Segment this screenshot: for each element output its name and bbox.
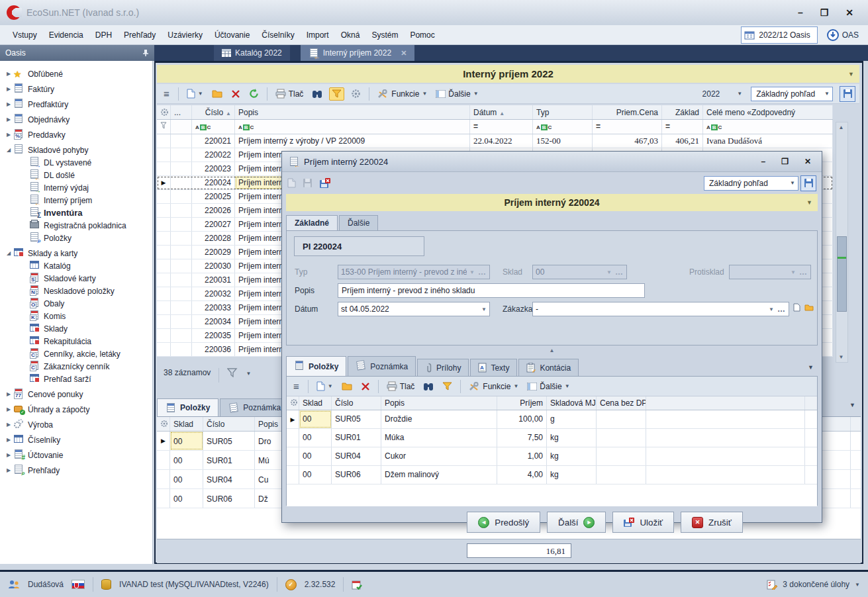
detail-tab-poznamka[interactable]: Poznámka [220,398,289,416]
menu-item-uzvierky[interactable]: Uzávierky [162,27,209,43]
sidebar-item-predfakt-ry[interactable]: ▶Predfaktúry [0,98,152,111]
sidebar-item-rekapitul-cia[interactable]: ▶Rekapitulácia [0,335,152,347]
status-version[interactable]: 2.32.532 [305,580,336,589]
items-column-header-col[interactable] [646,396,805,410]
sidebar-item-komis[interactable]: ▶KKomis [0,310,152,322]
more-button[interactable]: Ďalšie▼ [525,381,571,392]
filter-cell[interactable]: ABC [533,120,593,134]
scroll-thumb[interactable] [837,236,847,312]
items-row[interactable]: 00SUR01Múka7,50kg [287,429,817,447]
tab-dalsie[interactable]: Ďalšie [339,215,378,230]
menu-item-import[interactable]: Import [301,27,335,43]
detail-column-header-Číslo[interactable]: Číslo [203,417,255,431]
scroll-up-icon[interactable]: ▲ [836,122,846,132]
popis-input[interactable]: Príjem interný - prevod z iného skladu [338,283,645,298]
period-selector[interactable]: 2022/12 Oasis [741,26,817,44]
sidebar-item-skladov-pohyby[interactable]: ◢Skladové pohyby [0,144,152,156]
refresh-button[interactable] [247,87,261,100]
items-column-header-Sklad[interactable]: Sklad [299,396,332,410]
filter-cell[interactable]: ABC [235,120,470,134]
column-header-Celé meno «Zodpovedný[interactable]: Celé meno «Zodpovedný [703,105,833,119]
save-view-button[interactable] [800,175,816,191]
filter-cell[interactable]: = [470,120,533,134]
expand-icon[interactable]: ◢ [4,250,13,256]
status-tasks[interactable]: 3 dokončené úlohy [783,580,849,589]
filter-button[interactable] [329,87,344,101]
zakazka-combo[interactable]: -▼… [532,302,789,316]
menu-item-selnky[interactable]: Číselníky [256,27,300,43]
sidebar-item-intern-pr-jem[interactable]: ▶←Interný príjem [0,194,152,207]
filter-cell[interactable]: ABC [703,120,833,134]
sidebar-item--hrady-a-z-po-ty[interactable]: ▶✓Úhrady a zápočty [0,403,152,416]
menu-item-prehady[interactable]: Prehľady [118,27,162,43]
items-column-header-Cena bez DPH[interactable]: Cena bez DPH [597,396,646,410]
splitter-collapse-icon[interactable]: ▲ [282,347,822,355]
next-button[interactable]: Ďalší ► [547,512,606,533]
dialog-close-button[interactable]: ✕ [804,157,811,166]
detail-column-header-Sklad[interactable]: Sklad [170,417,203,431]
sidebar-item-dl-vystaven-[interactable]: ▶→DL vystavené [0,156,152,169]
column-header-indicator[interactable] [157,105,171,119]
oas-button[interactable]: OAS [827,29,859,41]
sidebar-item-polo-ky[interactable]: ▶⌕Položky [0,232,152,244]
new-document-button[interactable]: ▼ [185,87,205,100]
status-user[interactable]: Dudášová [28,580,64,589]
save-view-button[interactable] [840,86,855,102]
new-document-button[interactable]: ▼ [314,380,335,392]
slovak-flag-icon[interactable] [72,580,85,589]
items-column-header-Skladová MJ[interactable]: Skladová MJ [547,396,597,410]
tab-zakladne[interactable]: Základné [286,215,338,230]
delete-button[interactable] [229,88,242,100]
functions-button[interactable]: Funkcie▼ [467,381,520,392]
menu-item-pomoc[interactable]: Pomoc [404,27,440,43]
view-selector[interactable]: Základný pohľad▼ [751,87,833,101]
minimize-button[interactable]: – [798,7,803,18]
open-folder-icon[interactable] [804,304,814,311]
chevron-down-icon[interactable]: ▼ [808,364,814,371]
settings-button[interactable] [349,87,363,100]
menu-item-systm[interactable]: Systém [365,27,404,43]
items-row[interactable]: ▶00SUR05Droždie100,00g [287,410,817,429]
scroll-down-icon[interactable]: ▼ [836,352,846,362]
filter-cell[interactable]: ABC [192,120,235,134]
sidebar-item--seln-ky[interactable]: ▶Číselníky [0,434,152,446]
menu-item-tovanie[interactable]: Účtovanie [209,27,256,43]
dialog-title-bar[interactable]: ← Príjem interný 220024 – ❐ ✕ [282,152,822,172]
items-column-header-Popis[interactable]: Popis [381,396,497,410]
expand-icon[interactable]: ◢ [4,147,13,153]
tab-katalog-2022[interactable]: Katalóg 2022 [214,45,290,61]
menu-item-dph[interactable]: DPH [89,27,118,43]
sidebar-item-intern-v-daj[interactable]: ▶→Interný výdaj [0,181,152,194]
filter-cell[interactable]: = [593,120,662,134]
sidebar-item-dl-do-l-[interactable]: ▶←DL došlé [0,169,152,181]
year-selector[interactable]: 2022▼ [702,89,747,99]
filter-icon[interactable] [227,368,238,377]
collapse-icon[interactable]: ▶ [4,86,13,92]
collapse-icon[interactable]: ▶ [4,406,13,412]
filter-cell[interactable] [171,120,192,134]
filter-cell[interactable]: = [662,120,703,134]
close-button[interactable]: ✕ [845,7,853,18]
items-column-header-Číslo[interactable]: Číslo [332,396,381,410]
sidebar-item-neskladov-polo-ky[interactable]: ▶NNeskladové položky [0,285,152,297]
functions-button[interactable]: Funkcie▼ [375,88,429,100]
print-button[interactable]: Tlač [273,87,306,100]
column-header-Popis[interactable]: Popis [235,105,470,119]
toolbar-menu-icon[interactable]: ≡ [291,381,302,392]
detail-chevron-icon[interactable]: ▼ [849,402,855,408]
maximize-button[interactable]: ❐ [820,7,829,18]
column-header-Číslo[interactable]: Číslo▲ [192,105,235,119]
sidebar-item-sklady[interactable]: ▶Sklady [0,322,152,335]
collapse-icon[interactable]: ▶ [4,132,13,138]
find-button[interactable] [421,381,436,392]
collapse-icon[interactable]: ▶ [4,101,13,107]
open-button[interactable] [210,88,224,99]
collapse-icon[interactable]: ▶ [4,437,13,443]
column-header-Priem.Cena[interactable]: Priem.Cena [593,105,662,119]
sidebar-item-v-roba[interactable]: ▶Výroba [0,418,152,431]
column-header-Dátum[interactable]: Dátum▲ [470,105,533,119]
more-button[interactable]: Ďalšie▼ [434,88,480,100]
pin-icon[interactable] [142,49,149,57]
menu-item-evidencia[interactable]: Evidencia [43,27,89,43]
delete-button[interactable] [359,381,372,392]
